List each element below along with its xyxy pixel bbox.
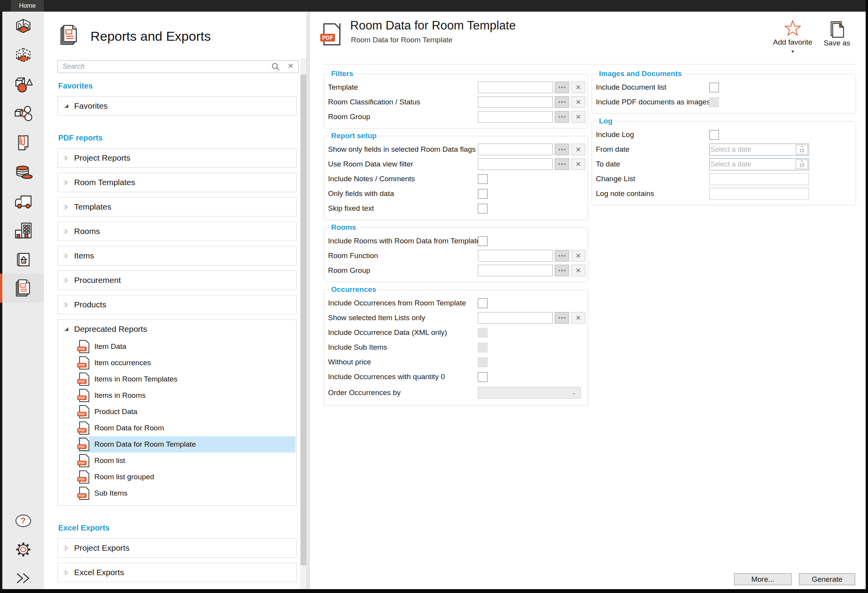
nav-logistics[interactable] bbox=[2, 186, 44, 215]
panel-title: Reports and Exports bbox=[90, 29, 211, 44]
more-button[interactable]: More... bbox=[734, 573, 792, 585]
group-header-templates[interactable]: Templates bbox=[58, 198, 296, 216]
search-input[interactable] bbox=[57, 60, 299, 73]
report-item-item-occurrences[interactable]: PDFItem occurrences bbox=[78, 355, 295, 371]
room-classification-status-browse-button[interactable] bbox=[555, 96, 569, 108]
nav-settings[interactable] bbox=[2, 541, 44, 558]
report-item-item-data[interactable]: PDFItem Data bbox=[78, 338, 295, 355]
fieldset-filters: FiltersTemplate✕Room Classification / St… bbox=[324, 74, 588, 128]
group-header-rooms[interactable]: Rooms bbox=[58, 222, 296, 241]
only-fields-with-data-checkbox[interactable] bbox=[478, 189, 488, 199]
report-item-room-data-for-room-template[interactable]: PDFRoom Data for Room Template bbox=[78, 436, 295, 453]
field-label: Include Log bbox=[596, 130, 709, 139]
show-only-fields-in-selected-room-data-flags-input[interactable] bbox=[478, 144, 553, 155]
from-date-input[interactable] bbox=[710, 146, 796, 154]
template-input[interactable] bbox=[478, 81, 553, 93]
template-clear-button[interactable]: ✕ bbox=[571, 81, 585, 93]
group-header-products[interactable]: Products bbox=[58, 295, 296, 314]
group-header-deprecated-reports[interactable]: Deprecated Reports bbox=[58, 320, 296, 338]
expand-icon bbox=[64, 229, 68, 234]
nav-reports[interactable] bbox=[2, 274, 44, 303]
finance-icon bbox=[14, 163, 33, 180]
group-header-room-templates[interactable]: Room Templates bbox=[58, 173, 296, 192]
nav-items[interactable] bbox=[2, 70, 44, 99]
include-document-list-checkbox[interactable] bbox=[709, 83, 719, 92]
room-classification-status-input[interactable] bbox=[478, 96, 553, 108]
include-notes-comments-checkbox[interactable] bbox=[478, 174, 488, 184]
use-room-data-view-filter-browse-button[interactable] bbox=[555, 158, 569, 170]
log-note-contains-input[interactable] bbox=[709, 188, 809, 200]
form-row-include-document-list: Include Document list bbox=[596, 80, 853, 95]
group-header-procurement[interactable]: Procurement bbox=[58, 271, 296, 290]
room-group-clear-button[interactable]: ✕ bbox=[571, 265, 585, 276]
reports-and-exports-icon bbox=[59, 24, 80, 47]
include-occurrences-from-room-template-checkbox[interactable] bbox=[478, 298, 488, 308]
nav-products[interactable] bbox=[2, 99, 44, 128]
skip-fixed-text-checkbox[interactable] bbox=[478, 204, 488, 213]
calendar-icon[interactable]: 15 bbox=[796, 145, 808, 154]
change-list-input[interactable] bbox=[709, 173, 809, 185]
panel-scrollbar[interactable] bbox=[300, 58, 307, 589]
room-function-clear-button[interactable]: ✕ bbox=[571, 250, 585, 262]
nav-help[interactable]: ? bbox=[2, 512, 44, 529]
group-header-project-exports[interactable]: Project Exports bbox=[58, 539, 296, 557]
rooms-icon bbox=[13, 17, 33, 35]
include-rooms-with-room-data-from-template-checkbox[interactable] bbox=[478, 236, 488, 246]
nav-rooms[interactable] bbox=[2, 12, 44, 41]
room-function-input[interactable] bbox=[478, 250, 553, 262]
show-selected-item-lists-only-input[interactable] bbox=[478, 312, 553, 324]
generate-button[interactable]: Generate bbox=[799, 573, 855, 585]
include-log-checkbox[interactable] bbox=[709, 130, 719, 140]
form-row-only-fields-with-data: Only fields with data bbox=[328, 186, 585, 201]
nav-catalog[interactable] bbox=[2, 244, 44, 274]
room-classification-status-clear-button[interactable]: ✕ bbox=[571, 96, 585, 108]
show-selected-item-lists-only-browse-button[interactable] bbox=[555, 312, 569, 324]
panel-divider bbox=[307, 12, 310, 589]
room-group-browse-button[interactable] bbox=[555, 265, 569, 276]
group-header-items[interactable]: Items bbox=[58, 246, 296, 265]
template-browse-button[interactable] bbox=[555, 81, 569, 93]
show-selected-item-lists-only-clear-button[interactable]: ✕ bbox=[571, 312, 585, 324]
search-icon[interactable] bbox=[271, 62, 280, 71]
calendar-icon[interactable]: 15 bbox=[796, 160, 808, 169]
group-products: Products bbox=[57, 295, 297, 314]
include-occurrences-with-quantity-0-checkbox[interactable] bbox=[478, 372, 488, 382]
report-item-room-data-for-room[interactable]: PDFRoom Data for Room bbox=[78, 420, 295, 436]
show-only-fields-in-selected-room-data-flags-browse-button[interactable] bbox=[555, 144, 569, 155]
add-favorite-button[interactable]: Add favorite ▾ bbox=[773, 20, 813, 55]
room-group-clear-button[interactable]: ✕ bbox=[571, 111, 585, 123]
pdf-file-icon: PDF bbox=[79, 487, 89, 500]
room-group-input[interactable] bbox=[478, 111, 553, 123]
report-item-items-in-rooms[interactable]: PDFItems in Rooms bbox=[78, 387, 295, 404]
report-item-product-data[interactable]: PDFProduct Data bbox=[78, 404, 295, 420]
room-function-browse-button[interactable] bbox=[555, 250, 569, 262]
report-item-sub-items[interactable]: PDFSub Items bbox=[78, 485, 295, 501]
nav-expand[interactable] bbox=[2, 570, 44, 586]
save-as-button[interactable]: Save as bbox=[819, 20, 855, 47]
nav-finance[interactable] bbox=[2, 157, 44, 186]
to-date-input[interactable] bbox=[710, 160, 796, 168]
search-clear-icon[interactable]: ✕ bbox=[287, 61, 294, 71]
show-only-fields-in-selected-room-data-flags-clear-button[interactable]: ✕ bbox=[571, 144, 585, 155]
report-item-room-list-grouped[interactable]: PDFRoom list grouped bbox=[78, 469, 295, 485]
nav-documents[interactable] bbox=[2, 128, 44, 157]
include-sub-items-checkbox bbox=[478, 343, 488, 352]
room-group-input[interactable] bbox=[478, 265, 553, 276]
double-chevron-right-icon bbox=[15, 572, 32, 584]
group-header-excel-exports[interactable]: Excel Exports bbox=[58, 563, 296, 582]
room-group-browse-button[interactable] bbox=[555, 111, 569, 123]
use-room-data-view-filter-clear-button[interactable]: ✕ bbox=[571, 158, 585, 170]
report-item-label: Room Data for Room bbox=[94, 424, 164, 432]
nav-room-templates[interactable] bbox=[2, 41, 44, 70]
use-room-data-view-filter-input[interactable] bbox=[478, 158, 553, 170]
tab-home[interactable]: Home bbox=[11, 0, 44, 12]
pdf-badge: PDF bbox=[77, 477, 87, 482]
panel-scrollbar-thumb[interactable] bbox=[300, 75, 306, 565]
report-item-room-list[interactable]: PDFRoom list bbox=[78, 453, 295, 469]
form-row-room-classification-status: Room Classification / Status✕ bbox=[328, 95, 585, 109]
report-item-items-in-room-templates[interactable]: PDFItems in Room Templates bbox=[78, 371, 295, 387]
group-header-favorites[interactable]: Favorites bbox=[58, 97, 296, 115]
group-label: Project Reports bbox=[74, 153, 130, 163]
nav-buildings[interactable] bbox=[2, 215, 44, 244]
group-header-project-reports[interactable]: Project Reports bbox=[58, 149, 296, 167]
